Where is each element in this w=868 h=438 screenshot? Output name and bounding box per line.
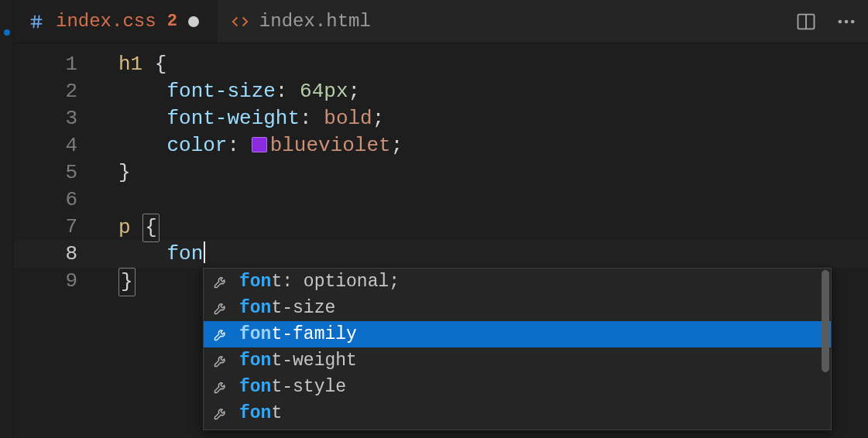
- line-number: 1: [14, 51, 91, 78]
- svg-line-3: [38, 15, 39, 28]
- code-content: h1 { font-size: 64px; font-weight: bold;…: [118, 51, 868, 295]
- hash-icon: [28, 13, 45, 30]
- scrollbar-thumb[interactable]: [822, 270, 829, 372]
- split-editor-icon[interactable]: [795, 11, 817, 33]
- line-number: 3: [14, 105, 91, 132]
- wrench-icon: [213, 353, 228, 368]
- tab-label: index.css: [56, 11, 156, 32]
- autocomplete-label: font-family: [239, 321, 357, 348]
- tab-index-html[interactable]: index.html: [218, 0, 389, 43]
- line-number: 9: [14, 268, 91, 295]
- wrench-icon: [213, 274, 228, 289]
- line-number: 5: [14, 159, 91, 186]
- line-number: 4: [14, 132, 91, 159]
- svg-point-8: [851, 20, 855, 24]
- code-icon: [232, 13, 249, 30]
- line-gutter: 1 2 3 4 5 6 7 8 9: [14, 51, 91, 295]
- autocomplete-label: font-size: [239, 295, 335, 322]
- dirty-indicator-icon: [188, 16, 199, 27]
- line-number: 6: [14, 186, 91, 214]
- svg-line-2: [33, 15, 35, 28]
- code-line: h1 {: [118, 51, 868, 78]
- autocomplete-item[interactable]: font: optional;: [204, 269, 831, 295]
- text-cursor-icon: [204, 241, 205, 263]
- code-line: }: [118, 159, 868, 186]
- code-line: [118, 186, 868, 214]
- autocomplete-item[interactable]: font: [204, 400, 831, 426]
- autocomplete-item[interactable]: font-family: [204, 321, 831, 347]
- activity-bar: [0, 0, 14, 438]
- code-line: font-size: 64px;: [118, 78, 868, 105]
- autocomplete-label: font-style: [239, 374, 346, 401]
- bracket-match-icon: {: [142, 214, 160, 242]
- code-editor[interactable]: 1 2 3 4 5 6 7 8 9 h1 { font-size: 64px; …: [14, 43, 868, 438]
- wrench-icon: [213, 405, 228, 421]
- bracket-match-icon: }: [118, 268, 136, 296]
- more-icon[interactable]: [835, 11, 857, 33]
- autocomplete-item[interactable]: font-style: [204, 374, 831, 400]
- autocomplete-item[interactable]: font-weight: [204, 347, 831, 374]
- line-number: 8: [14, 241, 91, 268]
- wrench-icon: [213, 300, 228, 316]
- tabbar: index.css 2 index.html: [14, 0, 868, 43]
- autocomplete-label: font: optional;: [239, 269, 400, 296]
- activity-indicator: [4, 29, 10, 36]
- autocomplete-label: font-weight: [239, 347, 357, 375]
- tab-label: index.html: [259, 11, 371, 32]
- line-number: 7: [14, 214, 91, 241]
- line-number: 2: [14, 78, 91, 105]
- code-line: p {: [118, 214, 868, 241]
- code-line: color: blueviolet;: [118, 132, 868, 159]
- svg-point-6: [839, 20, 842, 24]
- wrench-icon: [213, 379, 228, 395]
- svg-point-7: [845, 20, 849, 24]
- tab-index-css[interactable]: index.css 2: [14, 0, 218, 43]
- code-line: font-weight: bold;: [118, 105, 868, 132]
- editor-top-actions: [795, 0, 857, 43]
- wrench-icon: [213, 327, 228, 342]
- code-line: fon: [118, 241, 868, 268]
- problems-count: 2: [167, 12, 177, 31]
- autocomplete-popup[interactable]: font: optional; font-size font-family fo…: [203, 268, 832, 430]
- color-swatch-icon[interactable]: [252, 137, 267, 152]
- autocomplete-item[interactable]: font-size: [204, 295, 831, 321]
- autocomplete-label: font: [239, 400, 282, 427]
- editor-pane: index.css 2 index.html: [14, 0, 868, 438]
